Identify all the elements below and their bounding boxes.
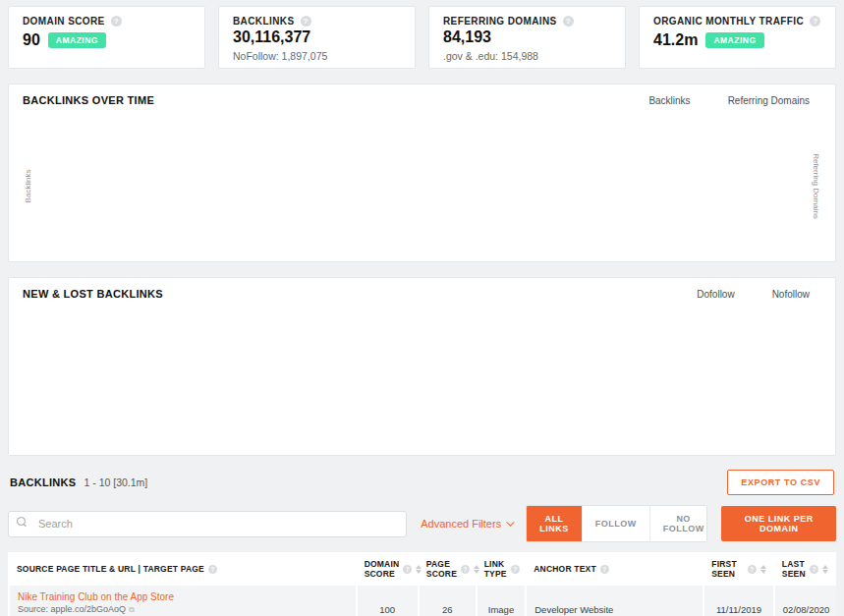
chart-legend: Backlinks Referring Domains	[630, 94, 821, 106]
anchor-text-cell: Developer Website	[526, 586, 703, 616]
help-icon[interactable]: ?	[810, 16, 820, 27]
backlinks-legend-swatch	[630, 94, 642, 106]
stat-card-backlinks: BACKLINKS ? 30,116,377 NoFollow: 1,897,0…	[218, 6, 416, 69]
stat-label: ORGANIC MONTHLY TRAFFIC	[653, 16, 804, 27]
sort-domain-score[interactable]: DOMAIN SCORE?	[357, 552, 419, 586]
one-link-per-domain-button[interactable]: ONE LINK PER DOMAIN	[721, 506, 836, 541]
area-chart-plot[interactable]	[70, 116, 776, 231]
filter-row: Advanced Filters ALL LINKS FOLLOW NO FOL…	[8, 505, 836, 542]
stats-row: DOMAIN SCORE ? 90 AMAZING BACKLINKS ? 30…	[8, 6, 836, 69]
stat-card-organic-traffic: ORGANIC MONTHLY TRAFFIC ? 41.2m AMAZING	[639, 6, 836, 69]
help-icon[interactable]: ?	[111, 16, 122, 27]
new-lost-backlinks-card: NEW & LOST BACKLINKS Dofollow Nofollow	[8, 277, 836, 456]
help-icon[interactable]: ?	[810, 565, 818, 574]
table-header-row: SOURCE PAGE TITLE & URL | TARGET PAGE? D…	[9, 552, 836, 586]
y-axis-title-left: Backlinks	[23, 116, 34, 255]
y-axis-ticks-left	[34, 116, 70, 227]
legend-label: Nofollow	[772, 289, 810, 300]
help-icon[interactable]: ?	[748, 565, 757, 574]
page-score-cell: 26	[419, 586, 477, 616]
backlinks-over-time-card: BACKLINKS OVER TIME Backlinks Referring …	[8, 84, 836, 262]
bar-chart-plot[interactable]	[62, 309, 821, 431]
stat-value: 30,116,377	[233, 28, 310, 46]
stat-label: REFERRING DOMAINS	[443, 16, 557, 27]
y-axis-ticks	[23, 309, 62, 427]
filter-no-follow-button[interactable]: NO FOLLOW	[650, 506, 708, 541]
referring-domains-legend-swatch	[709, 94, 721, 106]
y-axis-title-right: Referring Domains	[810, 116, 821, 255]
stat-label: BACKLINKS	[233, 16, 295, 27]
last-seen-cell: 02/08/2020	[774, 586, 836, 616]
table-row: Nike Training Club on the App Store Sour…	[9, 586, 836, 616]
search-input[interactable]	[8, 511, 407, 537]
stat-card-referring-domains: REFERRING DOMAINS ? 84,193 .gov & .edu: …	[428, 6, 626, 69]
backlinks-dashboard: DOMAIN SCORE ? 90 AMAZING BACKLINKS ? 30…	[0, 0, 844, 616]
help-icon[interactable]: ?	[403, 565, 412, 574]
y-axis-ticks-right	[776, 116, 810, 227]
stat-value: 41.2m	[653, 31, 698, 49]
advanced-filters-toggle[interactable]: Advanced Filters	[421, 518, 512, 530]
chart-title: NEW & LOST BACKLINKS	[23, 288, 163, 300]
search-icon	[17, 517, 27, 527]
domain-score-cell: 100	[357, 586, 419, 616]
status-badge: AMAZING	[48, 32, 106, 48]
backlinks-section-header: BACKLINKS 1 - 10 [30.1m] EXPORT TO CSV	[8, 470, 836, 495]
export-to-csv-button[interactable]: EXPORT TO CSV	[727, 470, 834, 495]
stat-label: DOMAIN SCORE	[23, 16, 105, 27]
sort-icon[interactable]	[416, 565, 422, 574]
chart-title: BACKLINKS OVER TIME	[23, 94, 154, 106]
new-lost-bar-chart	[62, 309, 821, 427]
help-icon[interactable]: ?	[208, 565, 217, 574]
help-icon[interactable]: ?	[563, 16, 574, 27]
filter-follow-button[interactable]: FOLLOW	[583, 506, 650, 541]
stat-subtext: NoFollow: 1,897,075	[233, 50, 401, 62]
result-range: 1 - 10 [30.1m]	[84, 476, 147, 488]
legend-label: Backlinks	[648, 95, 690, 106]
sort-last-seen[interactable]: LAST SEEN?	[774, 552, 836, 586]
nofollow-legend-swatch	[754, 288, 765, 300]
legend-label: Dofollow	[697, 289, 734, 300]
legend-label: Referring Domains	[728, 95, 810, 106]
sort-icon[interactable]	[474, 565, 479, 574]
x-axis-ticks	[62, 435, 821, 449]
stat-value: 90	[23, 31, 40, 49]
help-icon[interactable]: ?	[511, 565, 520, 574]
sort-icon[interactable]	[760, 565, 766, 574]
status-badge: AMAZING	[705, 32, 763, 48]
source-page-link[interactable]: Nike Training Club on the App Store	[18, 591, 348, 602]
external-link-icon[interactable]: ⧉	[129, 605, 135, 614]
help-icon[interactable]: ?	[301, 16, 311, 27]
source-url: Source: apple.co/2bGoAoQ⧉	[18, 604, 348, 615]
chevron-down-icon	[506, 518, 514, 526]
help-icon[interactable]: ?	[600, 565, 609, 574]
backlinks-table: SOURCE PAGE TITLE & URL | TARGET PAGE? D…	[8, 552, 836, 616]
filter-all-links-button[interactable]: ALL LINKS	[527, 506, 583, 541]
section-title: BACKLINKS	[10, 476, 76, 488]
sort-icon[interactable]	[822, 565, 828, 574]
stat-value: 84,193	[443, 28, 491, 46]
sort-first-seen[interactable]: FIRST SEEN?	[703, 552, 774, 586]
x-axis-ticks	[70, 234, 776, 255]
sort-page-score[interactable]: PAGE SCORE?	[419, 552, 477, 586]
stat-subtext: .gov & .edu: 154,988	[443, 50, 611, 62]
search-box	[8, 511, 407, 537]
link-type-cell: Image	[477, 586, 527, 616]
help-icon[interactable]: ?	[461, 565, 470, 574]
chart-legend: Dofollow Nofollow	[678, 288, 821, 300]
first-seen-cell: 11/11/2019	[703, 586, 774, 616]
stat-card-domain-score: DOMAIN SCORE ? 90 AMAZING	[8, 6, 205, 69]
link-filter-segmented-control: ALL LINKS FOLLOW NO FOLLOW	[526, 505, 707, 542]
backlinks-area-chart	[70, 116, 776, 227]
dofollow-legend-swatch	[678, 288, 690, 300]
